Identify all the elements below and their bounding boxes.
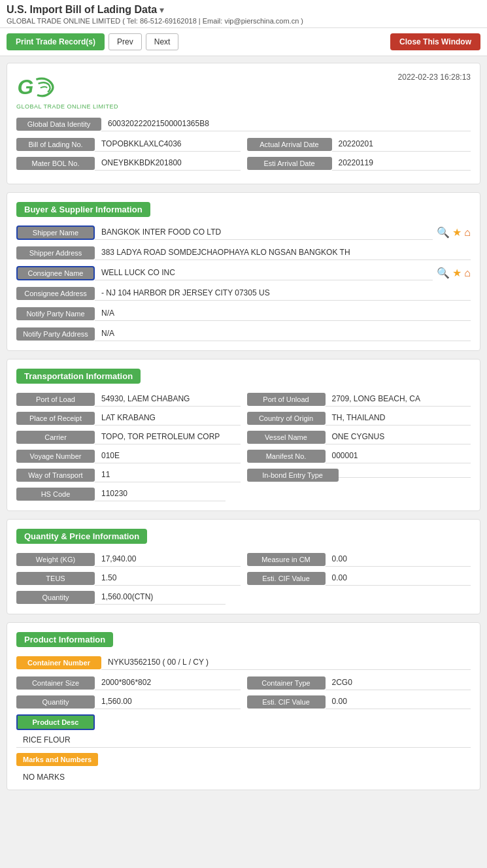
in-bond-entry-col: In-bond Entry Type	[247, 467, 471, 482]
timestamp: 2022-02-23 16:28:13	[398, 73, 471, 82]
bol-row-2: Mater BOL No. ONEYBKKBDK201800 Esti Arri…	[16, 156, 471, 171]
voyage-number-value: 010E	[95, 448, 241, 463]
shipper-icons: 🔍 ★ ⌂	[437, 226, 471, 239]
container-size-label: Container Size	[16, 676, 95, 690]
close-window-button[interactable]: Close This Window	[390, 33, 480, 50]
container-size-value: 2000*806*802	[95, 675, 241, 690]
measure-col: Measure in CM 0.00	[247, 552, 471, 567]
consignee-name-label: Consignee Name	[16, 266, 95, 280]
bol-no-col: Bill of Lading No. TOPOBKKLAXLC4036	[16, 137, 241, 152]
bol-no-value: TOPOBKKLAXLC4036	[95, 137, 241, 152]
port-of-load-value: 54930, LAEM CHABANG	[95, 392, 241, 407]
next-button[interactable]: Next	[146, 33, 179, 50]
consignee-search-icon[interactable]: 🔍	[437, 267, 450, 279]
buyer-supplier-card: Buyer & Supplier Information Shipper Nam…	[7, 192, 480, 351]
teus-label: TEUS	[16, 572, 95, 585]
qty-row-1: Weight (KG) 17,940.00 Measure in CM 0.00	[16, 552, 471, 567]
logo-gto: G	[16, 73, 69, 102]
port-of-unload-value: 2709, LONG BEACH, CA	[326, 392, 471, 407]
global-data-row: Global Data Identity 6003202220215000013…	[16, 116, 471, 131]
company-info: GLOBAL TRADE ONLINE LIMITED ( Tel: 86-51…	[7, 17, 480, 25]
country-of-origin-col: Country of Origin TH, THAILAND	[247, 410, 471, 426]
product-row-1: Container Size 2000*806*802 Container Ty…	[16, 675, 471, 690]
hs-code-value: 110230	[95, 486, 226, 501]
actual-arrival-value: 20220201	[332, 137, 471, 152]
measure-label: Measure in CM	[247, 553, 326, 566]
vessel-name-value: ONE CYGNUS	[326, 429, 471, 444]
voyage-number-col: Voyage Number 010E	[16, 448, 241, 463]
container-number-row: Container Number NYKU3562150 ( 00 / L / …	[16, 655, 471, 670]
carrier-col: Carrier TOPO, TOR PETROLEUM CORP	[16, 429, 241, 444]
product-row-2: Quantity 1,560.00 Esti. CIF Value 0.00	[16, 694, 471, 709]
shipper-name-row: Shipper Name BANGKOK INTER FOOD CO LTD 🔍…	[16, 225, 471, 240]
manifest-no-col: Manifest No. 000001	[247, 448, 471, 463]
esti-arrival-value: 20220119	[332, 156, 471, 171]
quantity-price-title: Quantity & Price Information	[16, 529, 147, 544]
shipper-star-icon[interactable]: ★	[452, 226, 462, 239]
product-desc-value: RICE FLOUR	[16, 733, 471, 748]
actual-arrival-label: Actual Arrival Date	[247, 138, 332, 151]
consignee-star-icon[interactable]: ★	[452, 267, 462, 279]
svg-text:G: G	[18, 75, 34, 99]
vessel-name-label: Vessel Name	[247, 431, 326, 444]
hs-code-label: HS Code	[16, 488, 95, 501]
weight-col: Weight (KG) 17,940.00	[16, 552, 241, 567]
transport-row-3: Carrier TOPO, TOR PETROLEUM CORP Vessel …	[16, 429, 471, 444]
esti-cif-value: 0.00	[326, 571, 471, 586]
marks-button[interactable]: Marks and Numbers	[16, 753, 98, 766]
qty-row-3: Quantity 1,560.00(CTN)	[16, 590, 471, 605]
product-desc-section: Product Desc RICE FLOUR	[16, 714, 471, 748]
teus-value: 1.50	[95, 571, 241, 586]
shipper-home-icon[interactable]: ⌂	[464, 227, 471, 239]
consignee-address-row: Consignee Address - NJ 104 HARBOR DR JER…	[16, 286, 471, 301]
product-title: Product Information	[16, 632, 113, 647]
consignee-address-value: - NJ 104 HARBOR DR JERSEY CITY 07305 US	[95, 286, 471, 301]
marks-value: NO MARKS	[16, 770, 471, 784]
container-type-col: Container Type 2CG0	[247, 675, 471, 690]
product-qty-label: Quantity	[16, 695, 95, 709]
place-of-receipt-value: LAT KRABANG	[95, 410, 241, 426]
shipper-name-label: Shipper Name	[16, 225, 95, 240]
notify-party-name-value: N/A	[95, 306, 471, 321]
product-cif-label: Esti. CIF Value	[247, 695, 326, 709]
notify-party-name-row: Notify Party Name N/A	[16, 306, 471, 321]
actual-arrival-col: Actual Arrival Date 20220201	[247, 137, 471, 152]
product-qty-col: Quantity 1,560.00	[16, 694, 241, 709]
vessel-name-col: Vessel Name ONE CYGNUS	[247, 429, 471, 444]
port-of-load-col: Port of Load 54930, LAEM CHABANG	[16, 392, 241, 407]
place-of-receipt-col: Place of Receipt LAT KRABANG	[16, 410, 241, 426]
in-bond-entry-value	[339, 472, 471, 478]
prev-button[interactable]: Prev	[109, 33, 142, 50]
shipper-search-icon[interactable]: 🔍	[437, 226, 450, 239]
consignee-name-row: Consignee Name WELL LUCK CO INC 🔍 ★ ⌂	[16, 265, 471, 280]
qty-quantity-value: 1,560.00(CTN)	[95, 590, 226, 605]
product-desc-button[interactable]: Product Desc	[16, 714, 95, 730]
transport-row-5: Way of Transport 11 In-bond Entry Type	[16, 467, 471, 482]
container-type-label: Container Type	[247, 676, 326, 690]
port-of-unload-col: Port of Unload 2709, LONG BEACH, CA	[247, 392, 471, 407]
teus-col: TEUS 1.50	[16, 571, 241, 586]
notify-party-address-value: N/A	[95, 326, 471, 341]
quantity-price-card: Quantity & Price Information Weight (KG)…	[7, 519, 480, 614]
consignee-home-icon[interactable]: ⌂	[464, 267, 471, 279]
carrier-label: Carrier	[16, 431, 95, 444]
container-number-button[interactable]: Container Number	[16, 656, 101, 669]
notify-party-name-label: Notify Party Name	[16, 307, 95, 320]
consignee-address-label: Consignee Address	[16, 287, 95, 300]
logo-tagline: GLOBAL TRADE ONLINE LIMITED	[16, 103, 118, 110]
country-of-origin-value: TH, THAILAND	[326, 410, 471, 426]
logo-svg: G	[16, 73, 69, 102]
container-type-value: 2CG0	[326, 675, 471, 690]
print-button[interactable]: Print Trade Record(s)	[7, 33, 105, 50]
voyage-number-label: Voyage Number	[16, 450, 95, 463]
logo-box: G GLOBAL TRADE ONLINE LIMITED	[16, 73, 118, 110]
esti-arrival-col: Esti Arrival Date 20220119	[247, 156, 471, 171]
toolbar: Print Trade Record(s) Prev Next Close Th…	[0, 28, 487, 56]
esti-cif-label: Esti. CIF Value	[247, 572, 326, 585]
way-of-transport-value: 11	[95, 467, 241, 482]
transportation-card: Transportation Information Port of Load …	[7, 359, 480, 511]
container-number-value: NYKU3562150 ( 00 / L / CY )	[101, 655, 471, 670]
transport-row-1: Port of Load 54930, LAEM CHABANG Port of…	[16, 392, 471, 407]
master-bol-label: Mater BOL No.	[16, 157, 95, 170]
title-dropdown-icon[interactable]: ▾	[160, 5, 164, 15]
